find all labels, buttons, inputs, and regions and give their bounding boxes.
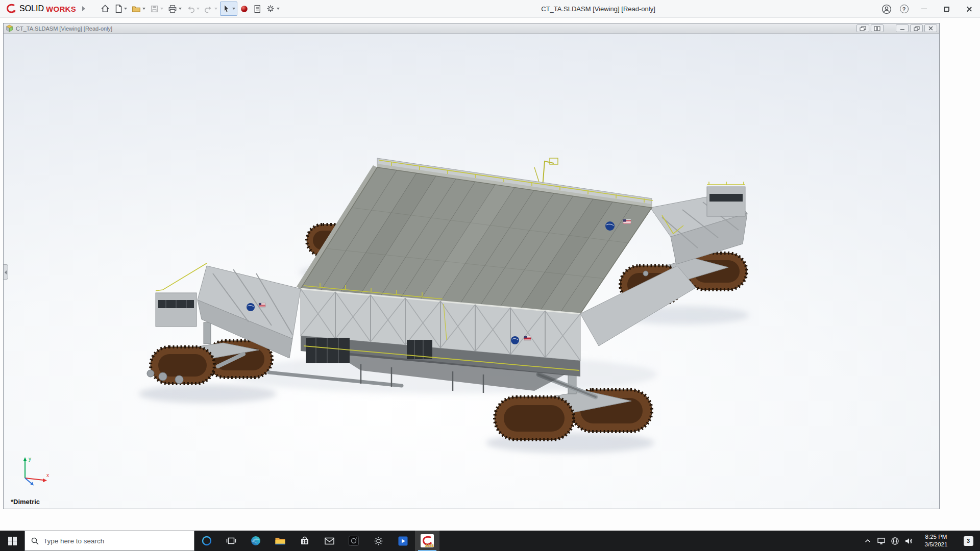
brand-expand-icon[interactable] [82, 6, 85, 11]
us-flag [623, 219, 631, 224]
doc-minimize-icon [899, 26, 905, 31]
save-icon [150, 5, 159, 13]
redo-icon [204, 5, 213, 13]
network-globe-icon [891, 537, 899, 545]
restore-icon [944, 7, 949, 12]
doc-arrange-tile-button[interactable] [871, 24, 884, 32]
taskbar-task-view-button[interactable] [219, 531, 243, 551]
dropdown-caret-icon[interactable] [142, 8, 145, 10]
doc-minimize-button[interactable] [896, 24, 909, 32]
open-folder-icon [132, 5, 141, 13]
3dexperience-button[interactable] [238, 2, 251, 16]
solidworks-app-icon: 2021 [421, 534, 434, 547]
display-tray-button[interactable] [874, 531, 888, 551]
settings-gear-icon [373, 536, 384, 546]
options-button[interactable] [264, 2, 282, 16]
doc-arrange-cascade-button[interactable] [856, 24, 869, 32]
search-input[interactable] [43, 537, 171, 545]
close-button[interactable] [958, 0, 980, 18]
app-titlebar: SOLIDWORKS [0, 0, 980, 18]
action-center-button[interactable]: 3 [957, 536, 980, 546]
search-icon [31, 537, 39, 545]
notification-badge: 3 [964, 536, 973, 546]
solidworks-year-badge: 2021 [425, 543, 434, 548]
doc-close-button[interactable] [924, 24, 937, 32]
taskbar-cortana-button[interactable] [194, 531, 219, 551]
select-button[interactable] [220, 2, 237, 16]
redo-button[interactable] [202, 2, 219, 16]
account-icon [881, 4, 892, 14]
taskbar-store-button[interactable] [292, 531, 317, 551]
mail-icon [324, 537, 335, 545]
document-title: CT_TA.SLDASM [Viewing] [Read-only] [16, 26, 112, 32]
home-button[interactable] [99, 2, 112, 16]
minimize-button[interactable] [913, 0, 935, 18]
file-properties-icon [253, 5, 261, 13]
triad-x-label: x [46, 472, 49, 478]
document-titlebar[interactable]: CT_TA.SLDASM [Viewing] [Read-only] [4, 23, 939, 34]
file-properties-button[interactable] [251, 2, 263, 16]
undo-icon [186, 5, 195, 13]
store-icon [300, 536, 310, 546]
dropdown-caret-icon[interactable] [124, 8, 127, 10]
solidworks-brand: SOLIDWORKS [0, 3, 85, 15]
help-icon: ? [900, 5, 909, 13]
new-document-button[interactable] [112, 2, 129, 16]
dropdown-caret-icon[interactable] [277, 8, 280, 10]
open-button[interactable] [130, 2, 148, 16]
taskbar-mail-button[interactable] [317, 531, 341, 551]
minimize-icon [921, 9, 927, 10]
cortana-icon [201, 535, 212, 546]
taskbar-camera-button[interactable] [341, 531, 366, 551]
print-button[interactable] [166, 2, 184, 16]
right-end-structure[interactable] [650, 182, 747, 264]
doc-restore-icon [914, 26, 920, 31]
dropdown-caret-icon[interactable] [232, 8, 235, 10]
save-button[interactable] [148, 2, 165, 16]
edge-icon [250, 535, 261, 546]
taskbar-clock[interactable]: 8:25 PM 3/5/2021 [916, 533, 957, 548]
camera-icon [348, 535, 359, 546]
volume-tray-button[interactable] [902, 531, 916, 551]
taskbar-settings-button[interactable] [366, 531, 390, 551]
hidden-icons-button[interactable] [861, 531, 874, 551]
network-tray-button[interactable] [888, 531, 902, 551]
file-explorer-icon [275, 536, 286, 545]
document-window-controls [856, 24, 937, 32]
dropdown-caret-icon[interactable] [160, 8, 163, 10]
solidworks-logo-icon [5, 3, 17, 15]
display-icon [877, 537, 886, 545]
model-3d-view[interactable] [4, 34, 939, 509]
view-orientation-label: *Dimetric [11, 498, 40, 506]
screen: SOLIDWORKS [0, 0, 980, 551]
taskbar-movies-tv-button[interactable] [390, 531, 415, 551]
taskbar-search[interactable] [24, 531, 194, 551]
dropdown-caret-icon[interactable] [197, 8, 200, 10]
taskbar-file-explorer-button[interactable] [268, 531, 292, 551]
dropdown-caret-icon[interactable] [179, 8, 182, 10]
assembly-doc-icon [6, 24, 13, 32]
movies-tv-icon [398, 536, 408, 546]
brand-word-works: WORKS [46, 5, 76, 13]
quick-access-toolbar [99, 2, 282, 16]
clock-date: 3/5/2021 [916, 541, 957, 548]
window-controls: ? [878, 0, 980, 18]
doc-restore-button[interactable] [910, 24, 923, 32]
close-icon [966, 6, 972, 12]
account-button[interactable] [878, 0, 895, 18]
undo-button[interactable] [184, 2, 202, 16]
feature-panel-splitter[interactable] [4, 264, 8, 280]
document-window: CT_TA.SLDASM [Viewing] [Read-only] [3, 23, 940, 509]
taskbar-solidworks-button[interactable]: 2021 [415, 531, 439, 551]
help-button[interactable]: ? [895, 0, 913, 18]
us-flag [259, 303, 265, 307]
print-icon [168, 5, 177, 13]
taskbar-edge-button[interactable] [243, 531, 268, 551]
home-icon [101, 4, 110, 13]
dropdown-caret-icon[interactable] [214, 8, 217, 10]
triad-y-label: y [29, 456, 31, 462]
start-button[interactable] [0, 531, 24, 551]
us-flag [524, 336, 531, 340]
graphics-viewport[interactable]: y x *Dimetric [4, 34, 939, 509]
restore-button[interactable] [935, 0, 958, 18]
